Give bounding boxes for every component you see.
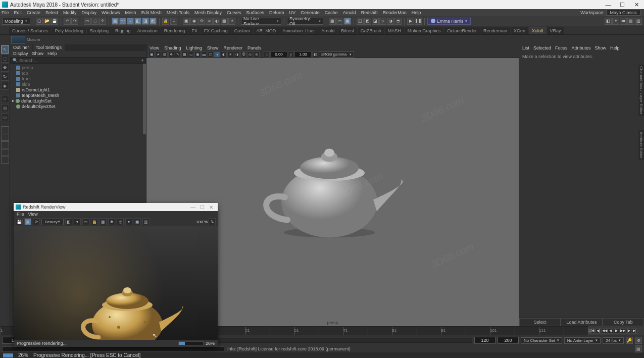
menu-windows[interactable]: Windows [102, 10, 120, 15]
textured-icon[interactable]: ◪ [372, 18, 379, 25]
shelf-tab-rendering[interactable]: Rendering [161, 27, 188, 34]
minimize-button[interactable]: — [603, 2, 614, 8]
vp-xray-joints-icon[interactable]: ⊚ [254, 52, 260, 58]
playback-btn-5[interactable]: ▶▶ [620, 328, 625, 334]
menu-redshift[interactable]: Redshift [361, 10, 378, 15]
outliner-node-teapotMesh_Mesh[interactable]: teapotMesh_Mesh [11, 92, 145, 98]
lasso-tool[interactable]: ◌ [1, 55, 9, 63]
ae-select-button[interactable]: Select [519, 318, 561, 326]
menu-mesh-display[interactable]: Mesh Display [194, 10, 222, 15]
rw-lock-icon[interactable]: 🔒 [91, 218, 98, 225]
range-play-end[interactable] [474, 337, 496, 344]
new-scene-icon[interactable]: ▢ [36, 18, 43, 25]
tool-settings-icon[interactable]: ▤ [627, 18, 634, 25]
rw-region-clear-icon[interactable]: ▾ [74, 218, 81, 225]
menu-uv[interactable]: UV [289, 10, 296, 15]
maximize-button[interactable]: ☐ [617, 2, 628, 8]
tool-settings-tab[interactable]: Tool Settings [33, 44, 65, 51]
vp-2d-pan-icon[interactable]: ✥ [168, 52, 174, 58]
rw-picker-icon[interactable]: ◎ [117, 218, 124, 225]
shelf-tab-sculpting[interactable]: Sculpting [87, 27, 112, 34]
rw-snowflake-icon[interactable]: ✱ [108, 218, 115, 225]
rw-channels-icon[interactable]: ▾ [125, 218, 132, 225]
ae-menu-list[interactable]: List [522, 45, 529, 50]
vp-gamma-value[interactable] [294, 52, 312, 58]
undo-icon[interactable]: ↶ [64, 18, 71, 25]
outliner-node-defaultLightSet[interactable]: ▸defaultLightSet [11, 98, 145, 104]
menu-mesh-tools[interactable]: Mesh Tools [167, 10, 189, 15]
menu-renderman[interactable]: RenderMan [383, 10, 407, 15]
rw-region-icon[interactable]: ◧ [65, 218, 72, 225]
select-tool-icon[interactable]: ▭ [84, 18, 91, 25]
snap-point-icon[interactable]: • [127, 18, 134, 25]
vp-menu-panels[interactable]: Panels [247, 45, 262, 50]
menu-create[interactable]: Create [27, 10, 40, 15]
ae-menu-attributes[interactable]: Attributes [572, 45, 591, 50]
menu-help[interactable]: Help [412, 10, 421, 15]
autokey-icon[interactable]: 🔑 [626, 337, 633, 344]
anim-layer-dropdown[interactable]: No Anim Layer [564, 337, 601, 344]
xray-icon[interactable]: ◫ [357, 18, 364, 25]
render-view-icon[interactable]: ▦ [221, 18, 228, 25]
playback-btn-4[interactable]: ▶ [614, 328, 619, 334]
shelf-tab-octanerender[interactable]: OctaneRender [444, 27, 480, 34]
channel-box-side-tab[interactable]: Channel Box / Layer Editor [638, 65, 644, 116]
ae-load-attrs-button[interactable]: Load Attributes [561, 318, 602, 326]
menu-deform[interactable]: Deform [269, 10, 284, 15]
shelf-tab-bifrost[interactable]: Bifrost [338, 27, 357, 34]
rw-close-button[interactable]: ✕ [207, 204, 216, 210]
rotate-tool[interactable]: ↻ [1, 73, 9, 81]
shelf-tab-animation-user[interactable]: Animation_User [279, 27, 318, 34]
shelf-tab-mash[interactable]: MASH [385, 27, 404, 34]
shelf-tab-motion-graphics[interactable]: Motion Graphics [405, 27, 444, 34]
ao-icon[interactable]: ◓ [394, 18, 402, 25]
vp-menu-renderer[interactable]: Renderer [223, 45, 242, 50]
playback-btn-6[interactable]: |▶ [626, 328, 631, 334]
outliner-menu-help[interactable]: Help [47, 51, 57, 57]
mel-input[interactable] [2, 346, 224, 352]
attribute-editor-side-tab[interactable]: Attribute Editor [638, 130, 644, 160]
shelf-tab-ar-mod[interactable]: AR_MOD [254, 27, 279, 34]
menu-edit-mesh[interactable]: Edit Mesh [141, 10, 162, 15]
modeling-toolkit-icon[interactable]: ◧ [605, 18, 612, 25]
shelf-tab-rigging[interactable]: Rigging [112, 27, 134, 34]
outliner-menu-show[interactable]: Show [32, 51, 44, 57]
vp-gate-mask-icon[interactable]: ▬ [201, 52, 207, 58]
render-frame-icon[interactable]: ▣ [183, 18, 190, 25]
live-surface-dropdown[interactable]: No Live Surface [241, 18, 281, 25]
character-set-dropdown[interactable]: No Character Set [521, 337, 562, 344]
toggle-res-icon[interactable]: ▣ [344, 18, 351, 25]
move-tool[interactable]: ✥ [1, 64, 9, 72]
module-dropdown[interactable]: Modeling [2, 18, 30, 25]
account-dropdown[interactable]: Emma Harris ▾ [427, 18, 471, 25]
render-output[interactable]: ↖ [14, 226, 218, 340]
menu-edit[interactable]: Edit [14, 10, 22, 15]
wire-shaded-icon[interactable]: ◩ [364, 18, 371, 25]
layout-four[interactable] [1, 134, 9, 141]
fps-dropdown[interactable]: 24 fps [603, 337, 624, 344]
rw-crop-icon[interactable]: ▭ [82, 218, 89, 225]
lights-icon[interactable]: ☼ [379, 18, 386, 25]
outliner-node-side[interactable]: side [11, 81, 145, 87]
ae-menu-show[interactable]: Show [595, 45, 607, 50]
snap-plane-icon[interactable]: ◧ [134, 18, 141, 25]
channel-box-icon[interactable]: ▥ [635, 18, 642, 25]
select-tool[interactable]: ↖ [1, 45, 9, 54]
shelf-tab-curves-surfaces[interactable]: Curves / Surfaces [9, 27, 52, 34]
layout-single[interactable] [1, 126, 9, 133]
chevron-down-icon[interactable]: ▾ [141, 58, 143, 63]
rw-snapshot-icon[interactable]: ▣ [134, 218, 141, 225]
menu-file[interactable]: File [2, 10, 9, 15]
vp-image-plane-icon[interactable]: ▧ [162, 52, 168, 58]
scale-tool[interactable]: ◈ [1, 82, 9, 90]
ae-menu-focus[interactable]: Focus [555, 45, 568, 50]
vp-view-transform-icon[interactable]: ◧ [312, 52, 318, 58]
workspace-dropdown[interactable]: Maya Classic [606, 10, 640, 16]
range-anim-end[interactable] [498, 337, 519, 344]
shelf-tab-xgen[interactable]: XGen [511, 27, 528, 34]
snap-view-icon[interactable]: ◨ [142, 18, 149, 25]
vp-gamma-icon[interactable]: γ [288, 52, 294, 58]
rw-render-icon[interactable]: ▣ [24, 218, 31, 225]
rw-menu-view[interactable]: View [28, 212, 38, 217]
vp-exposure-value[interactable] [270, 52, 287, 58]
